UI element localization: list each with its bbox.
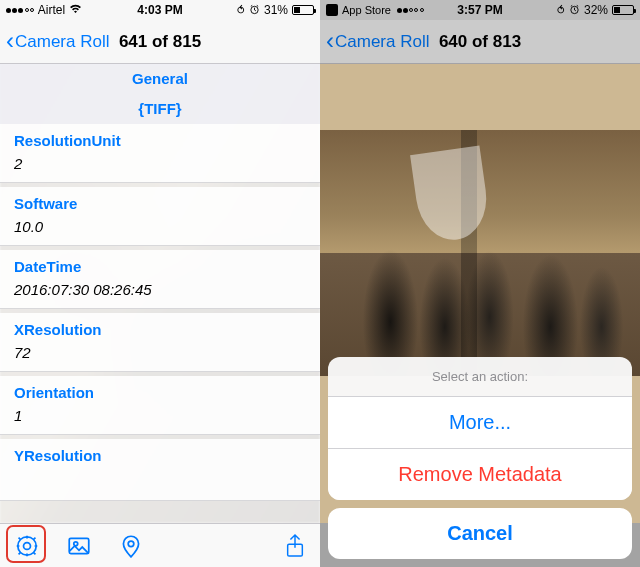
back-button[interactable]: ‹ Camera Roll <box>320 30 429 54</box>
remove-metadata-button[interactable]: Remove Metadata <box>328 449 632 500</box>
share-icon[interactable] <box>284 533 306 559</box>
row-key: ResolutionUnit <box>14 132 306 149</box>
status-time: 4:03 PM <box>0 3 320 17</box>
right-screenshot: App Store 3:57 PM ⥀ 32% ‹ Camera Roll 64… <box>320 0 640 567</box>
cancel-button[interactable]: Cancel <box>328 508 632 559</box>
nav-bar: ‹ Camera Roll 641 of 815 <box>0 20 320 64</box>
chevron-left-icon: ‹ <box>6 29 14 53</box>
action-sheet-title: Select an action: <box>328 357 632 397</box>
metadata-scroll[interactable]: General {TIFF} ResolutionUnit 2 Software… <box>0 64 320 523</box>
row-key: Orientation <box>14 384 306 401</box>
back-button[interactable]: ‹ Camera Roll <box>0 30 109 54</box>
row-val: 2016:07:30 08:26:45 <box>14 281 306 298</box>
row-xresolution: XResolution 72 <box>0 313 320 372</box>
row-datetime: DateTime 2016:07:30 08:26:45 <box>0 250 320 309</box>
row-orientation: Orientation 1 <box>0 376 320 435</box>
row-key: XResolution <box>14 321 306 338</box>
left-screenshot: Airtel 4:03 PM ⥀ 31% ‹ Camera Roll 641 o… <box>0 0 320 567</box>
photo-thumbnail <box>320 130 640 376</box>
svg-point-5 <box>128 541 134 547</box>
row-key: Software <box>14 195 306 212</box>
row-key: YResolution <box>14 447 306 464</box>
status-time: 3:57 PM <box>320 3 640 17</box>
nav-bar: ‹ Camera Roll 640 of 813 <box>320 20 640 64</box>
pin-icon[interactable] <box>118 533 144 559</box>
row-key: DateTime <box>14 258 306 275</box>
back-label: Camera Roll <box>15 32 109 52</box>
section-header-general: General <box>0 64 320 94</box>
back-label: Camera Roll <box>335 32 429 52</box>
svg-point-2 <box>18 536 36 554</box>
photo-icon[interactable] <box>66 533 92 559</box>
row-val: 1 <box>14 407 306 424</box>
metadata-table: General {TIFF} ResolutionUnit 2 Software… <box>0 64 320 523</box>
row-val: 72 <box>14 344 306 361</box>
row-resolutionunit: ResolutionUnit 2 <box>0 124 320 183</box>
action-sheet: Select an action: More... Remove Metadat… <box>328 357 632 559</box>
status-bar: Airtel 4:03 PM ⥀ 31% <box>0 0 320 20</box>
status-bar: App Store 3:57 PM ⥀ 32% <box>320 0 640 20</box>
gear-icon[interactable] <box>14 533 40 559</box>
row-val: 2 <box>14 155 306 172</box>
battery-icon <box>292 5 314 15</box>
bottom-toolbar <box>0 523 320 567</box>
battery-icon <box>612 5 634 15</box>
row-yresolution: YResolution <box>0 439 320 501</box>
more-button[interactable]: More... <box>328 397 632 449</box>
row-val: 10.0 <box>14 218 306 235</box>
action-sheet-group: Select an action: More... Remove Metadat… <box>328 357 632 500</box>
chevron-left-icon: ‹ <box>326 29 334 53</box>
section-header-tiff: {TIFF} <box>0 94 320 124</box>
svg-point-1 <box>24 542 31 549</box>
row-software: Software 10.0 <box>0 187 320 246</box>
